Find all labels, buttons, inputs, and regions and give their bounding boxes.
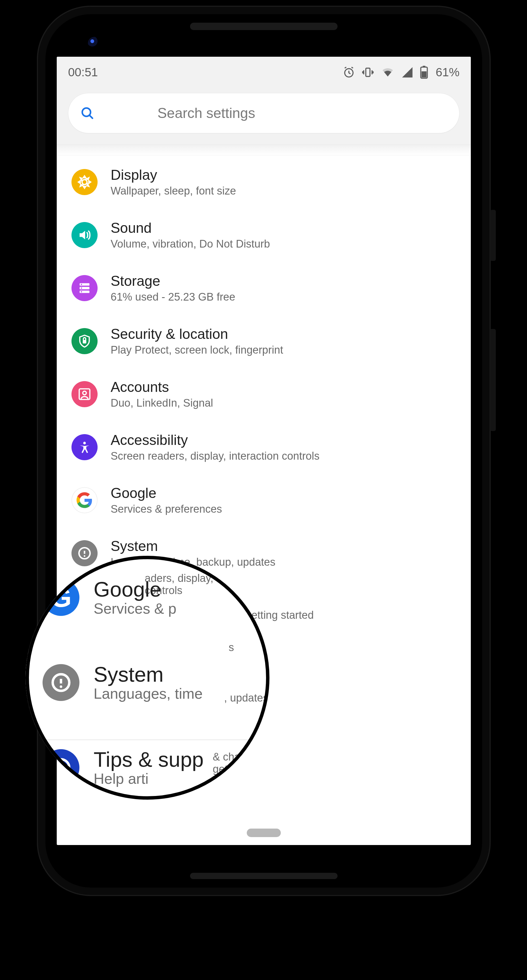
row-title: Accounts xyxy=(111,379,213,395)
storage-icon xyxy=(72,275,97,301)
battery-percent: 61% xyxy=(436,65,460,79)
row-sub: Screen readers, display, interaction con… xyxy=(111,450,319,462)
google-icon xyxy=(72,487,97,513)
status-bar: 00:51 xyxy=(57,57,471,88)
svg-point-11 xyxy=(81,287,82,288)
row-sub: Wallpaper, sleep, font size xyxy=(111,185,236,197)
lens-sub-left: Help arti xyxy=(94,771,204,787)
alarm-icon xyxy=(342,66,355,78)
lens-row-system[interactable]: System Languages, time xyxy=(43,663,203,702)
stage: 00:51 xyxy=(0,0,527,980)
svg-point-6 xyxy=(82,180,87,184)
lens-title: System xyxy=(94,663,203,686)
svg-rect-3 xyxy=(423,66,425,67)
svg-point-22 xyxy=(60,686,62,688)
row-sub: 61% used - 25.23 GB free xyxy=(111,291,235,303)
vibrate-icon xyxy=(361,66,374,78)
wifi-icon xyxy=(381,66,395,78)
cell-signal-icon xyxy=(401,66,414,78)
row-accessibility[interactable]: Accessibility Screen readers, display, i… xyxy=(57,420,471,474)
row-title: System xyxy=(111,538,275,554)
svg-point-10 xyxy=(81,283,82,285)
accessibility-icon xyxy=(72,434,97,460)
display-icon xyxy=(72,169,97,195)
earpiece-speaker xyxy=(190,23,338,30)
bottom-speaker xyxy=(190,873,338,879)
row-sound[interactable]: Sound Volume, vibration, Do Not Disturb xyxy=(57,208,471,261)
row-title: Sound xyxy=(111,220,270,236)
lens-divider xyxy=(25,740,269,740)
row-title: Display xyxy=(111,167,236,183)
row-sub: Services & preferences xyxy=(111,503,222,515)
svg-point-18 xyxy=(84,555,85,557)
magnifier-lens: aders, display, interaction controls G G… xyxy=(25,556,269,800)
accounts-icon xyxy=(72,381,97,407)
row-sub: Duo, LinkedIn, Signal xyxy=(111,397,213,409)
svg-rect-13 xyxy=(83,340,86,344)
row-sub: Play Protect, screen lock, fingerprint xyxy=(111,344,283,356)
row-title: Security & location xyxy=(111,326,283,342)
battery-icon xyxy=(420,66,428,79)
lens-sub: Services & p xyxy=(94,601,177,617)
row-display[interactable]: Display Wallpaper, sleep, font size xyxy=(57,155,471,208)
row-accounts[interactable]: Accounts Duo, LinkedIn, Signal xyxy=(57,368,471,420)
status-right: 61% xyxy=(342,65,460,79)
lens-system-sub-right: , updates xyxy=(224,692,268,704)
status-time: 00:51 xyxy=(68,65,98,79)
row-title: Google xyxy=(111,485,222,501)
system-icon xyxy=(72,540,97,566)
search-area: Search settings xyxy=(57,88,471,145)
security-icon xyxy=(72,328,97,354)
row-sub: Volume, vibration, Do Not Disturb xyxy=(111,238,270,250)
row-storage[interactable]: Storage 61% used - 25.23 GB free xyxy=(57,261,471,315)
front-camera xyxy=(88,37,100,49)
search-icon xyxy=(80,105,95,121)
svg-point-16 xyxy=(83,442,86,444)
row-security[interactable]: Security & location Play Protect, screen… xyxy=(57,315,471,368)
row-google[interactable]: Google Services & preferences xyxy=(57,474,471,527)
system-icon xyxy=(43,664,80,701)
svg-rect-1 xyxy=(366,68,370,76)
power-button xyxy=(490,210,496,261)
search-placeholder: Search settings xyxy=(158,105,448,121)
lens-title: Tips & supp xyxy=(94,749,204,771)
lens-frag-s: s xyxy=(229,641,234,654)
gesture-nav-pill[interactable] xyxy=(247,829,281,837)
scroll-peek xyxy=(57,145,471,155)
lens-sub-left: Languages, time xyxy=(94,686,203,702)
volume-button xyxy=(490,329,496,431)
row-title: Storage xyxy=(111,273,235,289)
lens-title: Google xyxy=(94,579,177,601)
search-settings[interactable]: Search settings xyxy=(68,93,460,133)
sound-icon xyxy=(72,222,97,248)
svg-point-15 xyxy=(83,391,86,395)
row-title: Accessibility xyxy=(111,432,319,448)
svg-rect-4 xyxy=(422,72,426,77)
svg-point-12 xyxy=(81,291,82,292)
